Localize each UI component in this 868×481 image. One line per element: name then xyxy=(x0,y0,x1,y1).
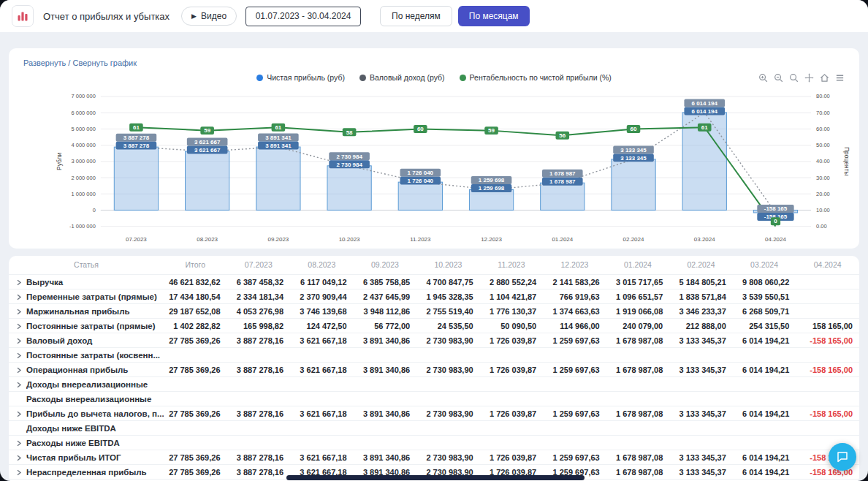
expand-chevron-icon[interactable] xyxy=(16,278,26,287)
expand-chevron-icon[interactable] xyxy=(16,322,26,330)
legend-label: Валовый доход (руб) xyxy=(370,73,445,82)
zoom-out-icon[interactable] xyxy=(774,73,783,83)
expand-chevron-icon[interactable] xyxy=(16,380,26,389)
legend-item[interactable]: Валовый доход (руб) xyxy=(359,73,445,82)
date-range-input[interactable] xyxy=(245,7,361,26)
svg-text:3 000 000: 3 000 000 xyxy=(72,158,96,164)
pnl-chart[interactable]: -1 000 00001 000 0002 000 0003 000 0004 … xyxy=(15,91,853,246)
table-cell: 29 187 652,08 xyxy=(164,304,227,319)
table-cell: 3 621 667,18 xyxy=(290,406,354,421)
table-row[interactable]: Постоянные затраты (косвенн... xyxy=(9,348,859,363)
column-header: 02.2024 xyxy=(669,256,733,275)
table-cell xyxy=(227,348,291,363)
table-cell: 2 730 983,90 xyxy=(416,333,480,348)
table-cell: 1 259 697,63 xyxy=(543,333,606,348)
table-cell: 3 887 278,16 xyxy=(227,363,291,377)
table-cell: 1 726 039,87 xyxy=(480,450,544,465)
svg-text:0: 0 xyxy=(93,207,96,213)
legend-dot-icon xyxy=(359,75,366,81)
table-row[interactable]: Переменные затраты (прямые)17 434 180,54… xyxy=(9,289,859,304)
home-icon[interactable] xyxy=(820,73,829,83)
table-cell: 5 184 805,21 xyxy=(669,275,733,289)
table-cell: 3 887 278,16 xyxy=(227,465,291,480)
toggle-chart-link[interactable]: Развернуть / Свернуть график xyxy=(23,58,137,67)
svg-text:08.2023: 08.2023 xyxy=(197,236,218,243)
app-logo[interactable] xyxy=(12,5,34,27)
svg-text:Рубли: Рубли xyxy=(56,153,63,170)
svg-text:-1 000 000: -1 000 000 xyxy=(69,223,96,230)
table-cell: 17 434 180,54 xyxy=(164,289,227,304)
table-cell: 1 726 039,87 xyxy=(480,406,544,421)
table-cell xyxy=(669,392,733,406)
chat-button[interactable] xyxy=(829,443,856,471)
svg-text:07.2023: 07.2023 xyxy=(126,236,147,243)
table-row[interactable]: Расходы внереализационные xyxy=(9,392,859,406)
legend-label: Чистая прибыль (руб) xyxy=(267,73,345,82)
row-label: Нераспределенная прибыль xyxy=(26,468,147,477)
expand-chevron-icon[interactable] xyxy=(16,351,26,360)
table-cell xyxy=(796,421,859,436)
svg-text:2 000 000: 2 000 000 xyxy=(72,175,96,181)
expand-chevron-icon[interactable] xyxy=(16,439,26,447)
table-cell: 6 387 458,32 xyxy=(227,275,291,289)
pan-icon[interactable] xyxy=(804,73,814,83)
legend-dot-icon xyxy=(460,75,466,81)
table-cell xyxy=(543,348,606,363)
table-cell: 3 887 278,16 xyxy=(227,450,291,465)
column-header: Итого xyxy=(164,256,227,275)
table-row[interactable]: Доходы внереализационные xyxy=(9,377,859,392)
expand-chevron-icon[interactable] xyxy=(16,453,26,462)
table-cell: -158 165,00 xyxy=(796,333,859,348)
expand-chevron-icon[interactable] xyxy=(16,292,26,301)
svg-text:3 887 278: 3 887 278 xyxy=(123,143,150,149)
table-cell xyxy=(416,348,480,363)
expand-chevron-icon[interactable] xyxy=(16,307,26,316)
months-toggle-button[interactable]: По месяцам xyxy=(458,6,530,26)
horizontal-scrollbar-thumb[interactable] xyxy=(286,475,585,480)
table-cell: 1 259 697,63 xyxy=(543,406,606,421)
table-cell: 212 888,00 xyxy=(669,319,733,333)
table-cell xyxy=(354,377,417,392)
table-cell xyxy=(290,348,354,363)
table-cell: 3 891 340,86 xyxy=(354,450,417,465)
column-header: Статья xyxy=(9,256,164,275)
zoom-icon[interactable] xyxy=(789,73,799,83)
chart-modebar xyxy=(758,73,845,83)
svg-text:1 259 698: 1 259 698 xyxy=(479,185,505,192)
weeks-toggle-button[interactable]: По неделям xyxy=(380,6,452,26)
table-cell: 2 141 583,26 xyxy=(543,275,606,289)
legend-item[interactable]: Рентабельность по чистой прибыли (%) xyxy=(460,73,612,82)
expand-chevron-icon[interactable] xyxy=(16,366,26,374)
table-row[interactable]: Выручка46 621 832,626 387 458,326 117 04… xyxy=(9,275,859,289)
table-row[interactable]: Прибыль до вычета налогов, п...27 785 36… xyxy=(9,406,859,421)
table-row[interactable]: Чистая прибыль ИТОГ27 785 369,263 887 27… xyxy=(9,450,859,465)
svg-text:60: 60 xyxy=(417,126,424,132)
table-cell: 6 385 758,85 xyxy=(354,275,417,289)
table-cell: 3 746 139,68 xyxy=(290,304,354,319)
legend-item[interactable]: Чистая прибыль (руб) xyxy=(256,73,345,82)
table-row[interactable]: Операционная прибыль27 785 369,263 887 2… xyxy=(9,363,859,377)
expand-chevron-icon[interactable] xyxy=(16,468,26,477)
table-cell: 3 948 112,86 xyxy=(354,304,417,319)
table-row[interactable]: Валовый доход27 785 369,263 887 278,163 … xyxy=(9,333,859,348)
svg-text:56: 56 xyxy=(559,132,566,139)
menu-icon[interactable] xyxy=(835,73,845,83)
table-cell xyxy=(227,392,291,406)
zoom-in-icon[interactable] xyxy=(758,73,768,83)
legend-dot-icon xyxy=(256,75,263,81)
svg-text:3 891 341: 3 891 341 xyxy=(265,143,292,149)
svg-text:6 014 194: 6 014 194 xyxy=(692,108,718,115)
table-cell: 1 678 987,08 xyxy=(606,363,670,377)
column-header: 03.2024 xyxy=(733,256,796,275)
table-row[interactable]: Доходы ниже EBITDA xyxy=(9,421,859,436)
expand-chevron-icon[interactable] xyxy=(16,409,26,418)
table-cell: 1 919 066,08 xyxy=(606,304,670,319)
svg-text:50.00: 50.00 xyxy=(816,142,830,148)
table-cell: 2 730 983,90 xyxy=(416,406,480,421)
expand-chevron-icon[interactable] xyxy=(16,336,26,345)
table-cell: 3 887 278,16 xyxy=(227,406,291,421)
table-row[interactable]: Расходы ниже EBITDA xyxy=(9,436,859,450)
table-row[interactable]: Маржинальная прибыль29 187 652,084 053 2… xyxy=(9,304,859,319)
video-button[interactable]: ▶ Видео xyxy=(181,7,237,26)
table-row[interactable]: Постоянные затраты (прямые)1 402 282,821… xyxy=(9,319,859,333)
